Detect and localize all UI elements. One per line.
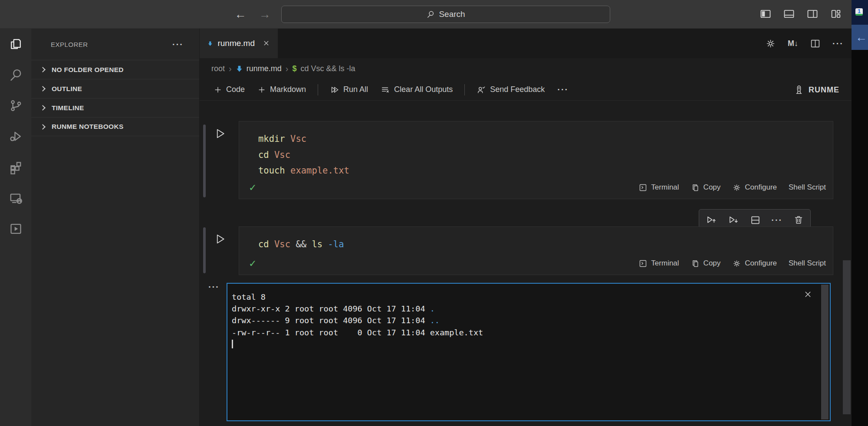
terminal-output-box[interactable]: total 8drwxr-xr-x 2 root root 4096 Oct 1… <box>227 283 831 421</box>
activity-item-run-and-debug[interactable] <box>0 121 31 152</box>
trash-icon <box>793 215 804 225</box>
sidebar-section-outline[interactable]: OUTLINE <box>31 79 199 98</box>
output-line: -rw-r--r-- 1 root root 0 Oct 17 11:04 ex… <box>232 327 824 338</box>
add-markdown-cell-button[interactable]: Markdown <box>254 85 309 94</box>
panel-right-icon <box>806 8 819 20</box>
tab-bar: runme.md M↓ ··· <box>200 29 852 58</box>
cell-2-code[interactable]: cd Vsc && ls -la <box>239 227 833 252</box>
cell-1-code[interactable]: mkdir Vsccd Vsctouch example.txt <box>239 121 833 179</box>
play-square-icon <box>9 222 23 236</box>
remote-explorer-icon <box>9 191 23 205</box>
chevron-right-icon <box>40 86 46 92</box>
section-label: NO FOLDER OPENED <box>52 66 124 74</box>
customize-layout-button[interactable] <box>830 8 842 20</box>
debug-icon <box>9 129 23 144</box>
sidebar-section-runme-notebooks[interactable]: RUNME NOTEBOOKS <box>31 117 199 136</box>
toggle-primary-sidebar-button[interactable] <box>760 8 772 20</box>
activity-item-search[interactable] <box>0 59 31 90</box>
add-code-cell-button[interactable]: Code <box>210 85 248 94</box>
breadcrumb-command[interactable]: cd Vsc && ls -la <box>300 64 355 73</box>
chevron-right-icon <box>40 67 46 72</box>
cell-focus-bar[interactable] <box>203 227 206 273</box>
toggle-panel-button[interactable] <box>783 8 795 20</box>
cell-status-actions: Terminal Copy Configure Shell Script <box>638 259 826 268</box>
terminal-icon <box>638 183 648 192</box>
toolbar-more-button[interactable]: ··· <box>554 85 572 95</box>
cell-focus-bar[interactable] <box>203 125 206 197</box>
run-cell-button[interactable] <box>212 126 228 142</box>
breadcrumb-root[interactable]: root <box>211 64 225 73</box>
activity-item-explorer[interactable] <box>0 29 31 59</box>
plus-icon <box>214 85 222 94</box>
sidebar-section-timeline[interactable]: TIMELINE <box>31 98 199 117</box>
run-cell-button[interactable] <box>212 232 228 247</box>
tab-runme-md[interactable]: runme.md <box>200 29 278 58</box>
execute-above-button[interactable] <box>706 214 717 226</box>
close-icon <box>263 39 270 47</box>
execute-below-button[interactable] <box>728 214 739 226</box>
delete-cell-button[interactable] <box>793 215 804 225</box>
clear-all-outputs-button[interactable]: Clear All Outputs <box>377 85 456 95</box>
code-line: touch example.txt <box>258 163 833 179</box>
editor-actions: M↓ ··· <box>765 29 844 58</box>
notebook-settings-button[interactable] <box>765 38 776 49</box>
copy-button[interactable]: Copy <box>691 183 721 192</box>
run-all-icon <box>330 85 339 95</box>
navigate-back-button[interactable]: ← <box>233 7 248 22</box>
code-line: cd Vsc <box>258 147 833 163</box>
send-feedback-button[interactable]: Send Feedback <box>473 85 548 95</box>
person-feedback-icon <box>477 85 486 95</box>
open-markdown-preview-button[interactable]: M↓ <box>788 39 798 48</box>
layout-controls <box>760 8 842 20</box>
vscode-window: ← → Search 1 ← EXPLORE <box>0 0 868 426</box>
split-editor-button[interactable] <box>810 38 821 49</box>
activity-item-source-control[interactable] <box>0 90 31 121</box>
background-window-body <box>852 50 868 426</box>
run-all-button[interactable]: Run All <box>326 85 372 95</box>
open-terminal-button[interactable]: Terminal <box>638 259 679 268</box>
git-branch-icon <box>9 98 23 113</box>
more-icon: ··· <box>557 85 569 95</box>
more-actions-button[interactable]: ··· <box>832 39 844 49</box>
more-icon: ··· <box>832 39 844 49</box>
back-icon: ← <box>235 8 247 21</box>
more-icon: ··· <box>771 215 783 225</box>
markdown-preview-icon: M↓ <box>788 39 798 48</box>
extensions-icon <box>9 160 23 174</box>
terminal-output-content[interactable]: total 8drwxr-xr-x 2 root root 4096 Oct 1… <box>227 284 830 350</box>
activity-item-extensions[interactable] <box>0 152 31 183</box>
output-line: drwxr-xr-x 2 root root 4096 Oct 17 11:04… <box>232 303 824 315</box>
toggle-secondary-sidebar-button[interactable] <box>806 8 819 20</box>
code-cell-2[interactable]: cd Vsc && ls -la ✓ Terminal Copy Configu… <box>239 226 833 275</box>
output-more-button[interactable]: ··· <box>208 282 219 292</box>
tab-close-button[interactable] <box>263 39 270 47</box>
play-icon <box>214 233 227 246</box>
cell-2-status-bar: ✓ Terminal Copy Configure Shell Script <box>239 255 833 272</box>
runme-brand: RUNME <box>794 79 839 101</box>
open-terminal-button[interactable]: Terminal <box>638 183 679 192</box>
activity-item-run-panel[interactable] <box>0 213 31 244</box>
cell-language-label[interactable]: Shell Script <box>789 259 826 268</box>
activity-item-remote-explorer[interactable] <box>0 183 31 213</box>
output-close-button[interactable] <box>803 290 812 299</box>
code-cell-1[interactable]: mkdir Vsccd Vsctouch example.txt ✓ Termi… <box>239 121 833 199</box>
breadcrumb-file[interactable]: runme.md <box>236 64 282 73</box>
configure-button[interactable]: Configure <box>732 183 777 192</box>
command-center-search-box[interactable]: Search <box>281 6 610 23</box>
sidebar-section-no-folder-opened[interactable]: NO FOLDER OPENED <box>31 60 199 79</box>
editor-scrollbar[interactable] <box>843 260 851 414</box>
clear-outputs-icon <box>381 85 390 95</box>
split-cell-button[interactable] <box>750 215 761 226</box>
cell-language-label[interactable]: Shell Script <box>789 183 826 192</box>
copy-button[interactable]: Copy <box>691 259 721 268</box>
directory-name: . <box>430 304 435 313</box>
sidebar-header: EXPLORER ··· <box>31 29 199 60</box>
section-label: TIMELINE <box>52 104 84 112</box>
panel-left-icon <box>760 8 772 20</box>
navigate-forward-button[interactable]: → <box>257 7 273 22</box>
output-scrollbar[interactable] <box>821 285 829 419</box>
background-window[interactable]: 1 ← <box>852 0 868 426</box>
cell-more-button[interactable]: ··· <box>771 215 783 225</box>
configure-button[interactable]: Configure <box>732 259 777 268</box>
sidebar-more-button[interactable]: ··· <box>172 39 184 49</box>
